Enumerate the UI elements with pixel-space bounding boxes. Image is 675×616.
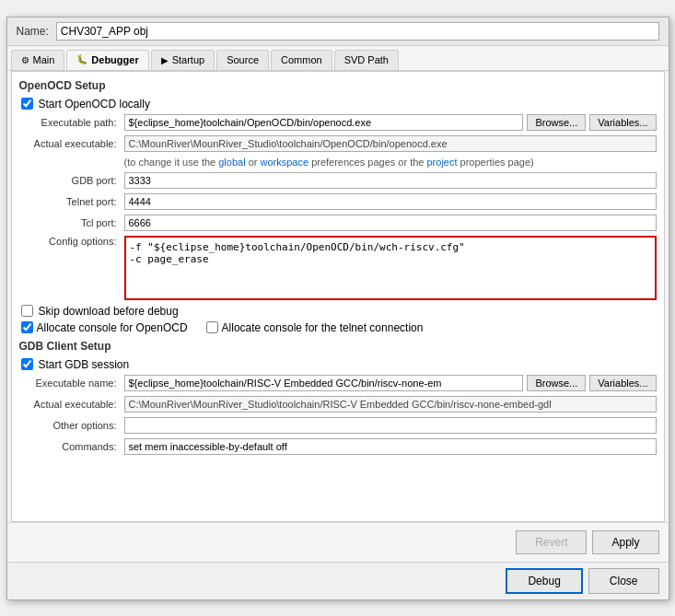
info-text: (to change it use the global or workspac… xyxy=(124,157,657,168)
commands-label: Commands: xyxy=(19,441,121,452)
tab-content: OpenOCD Setup Start OpenOCD locally Exec… xyxy=(11,71,665,522)
debug-button[interactable]: Debug xyxy=(506,568,582,594)
tcl-port-input[interactable] xyxy=(124,215,657,231)
debugger-icon: 🐛 xyxy=(76,54,87,64)
config-name-input[interactable] xyxy=(56,22,659,41)
gdb-exec-name-input[interactable] xyxy=(124,375,524,391)
global-link[interactable]: global xyxy=(218,157,245,168)
gdb-section-title: GDB Client Setup xyxy=(19,340,657,353)
actual-exec-input xyxy=(124,135,657,152)
browse-button-openocd[interactable]: Browse... xyxy=(527,114,586,131)
main-icon: ⚙ xyxy=(21,55,29,65)
other-options-row: Other options: xyxy=(19,417,657,434)
gdb-actual-exec-input xyxy=(124,396,657,413)
telnet-port-label: Telnet port: xyxy=(19,196,121,207)
start-openocd-label: Start OpenOCD locally xyxy=(39,98,150,110)
exec-path-row: Executable path: Browse... Variables... xyxy=(19,114,657,131)
startup-icon: ▶ xyxy=(161,55,169,65)
project-link[interactable]: project xyxy=(427,157,458,168)
tab-bar: ⚙ Main 🐛 Debugger ▶ Startup Source Commo… xyxy=(7,46,669,71)
tab-main[interactable]: ⚙ Main xyxy=(11,50,65,70)
exec-path-input[interactable] xyxy=(124,114,524,131)
config-options-label: Config options: xyxy=(19,236,121,247)
console-row: Allocate console for OpenOCD Allocate co… xyxy=(21,321,657,334)
action-buttons: Revert Apply xyxy=(7,522,669,562)
gdb-exec-name-label: Executable name: xyxy=(19,378,121,389)
start-gdb-row: Start GDB session xyxy=(21,358,657,371)
alloc-console-label: Allocate console for OpenOCD xyxy=(37,321,188,334)
name-label: Name: xyxy=(17,25,49,38)
config-options-textarea[interactable]: -f "${eclipse_home}toolchain/OpenOCD/bin… xyxy=(124,236,657,300)
start-gdb-checkbox[interactable] xyxy=(21,358,33,370)
tcl-port-label: Tcl port: xyxy=(19,217,121,228)
variables-button-gdb[interactable]: Variables... xyxy=(589,375,656,391)
tab-common[interactable]: Common xyxy=(271,50,332,70)
close-button[interactable]: Close xyxy=(588,568,659,594)
tab-debugger[interactable]: 🐛 Debugger xyxy=(66,50,148,70)
actual-exec-row: Actual executable: xyxy=(19,135,657,152)
skip-download-checkbox[interactable] xyxy=(21,305,33,317)
browse-button-gdb[interactable]: Browse... xyxy=(527,375,586,391)
title-bar: Name: xyxy=(7,17,669,46)
alloc-telnet-checkbox[interactable] xyxy=(206,321,218,333)
variables-button-openocd[interactable]: Variables... xyxy=(589,114,656,131)
gdb-port-row: GDB port: xyxy=(19,172,657,189)
other-options-label: Other options: xyxy=(19,420,121,431)
actual-exec-label: Actual executable: xyxy=(19,138,121,149)
apply-button[interactable]: Apply xyxy=(592,530,658,554)
debug-config-dialog: Name: ⚙ Main 🐛 Debugger ▶ Startup Source… xyxy=(6,17,669,600)
tab-source[interactable]: Source xyxy=(216,50,269,70)
gdb-actual-exec-row: Actual executable: xyxy=(19,396,657,413)
gdb-port-input[interactable] xyxy=(124,172,657,189)
telnet-port-input[interactable] xyxy=(124,193,657,210)
telnet-port-row: Telnet port: xyxy=(19,193,657,210)
tab-startup[interactable]: ▶ Startup xyxy=(151,50,215,70)
workspace-link[interactable]: workspace xyxy=(261,157,309,168)
gdb-exec-name-row: Executable name: Browse... Variables... xyxy=(19,375,657,391)
skip-download-label: Skip download before debug xyxy=(39,305,179,318)
commands-input[interactable] xyxy=(124,438,657,455)
start-gdb-label: Start GDB session xyxy=(39,358,130,371)
gdb-actual-exec-label: Actual executable: xyxy=(19,399,121,410)
gdb-port-label: GDB port: xyxy=(19,175,121,186)
skip-download-row: Skip download before debug xyxy=(21,305,657,318)
openocd-section-title: OpenOCD Setup xyxy=(19,79,657,92)
start-openocd-checkbox[interactable] xyxy=(21,98,33,110)
revert-button[interactable]: Revert xyxy=(516,530,587,554)
config-options-row: Config options: -f "${eclipse_home}toolc… xyxy=(19,236,657,300)
exec-path-label: Executable path: xyxy=(19,117,121,128)
tab-svdpath[interactable]: SVD Path xyxy=(334,50,399,70)
alloc-console-checkbox[interactable] xyxy=(21,321,33,333)
other-options-input[interactable] xyxy=(124,417,657,434)
start-openocd-row: Start OpenOCD locally xyxy=(21,98,657,110)
tcl-port-row: Tcl port: xyxy=(19,215,657,231)
dialog-footer: Debug Close xyxy=(7,562,669,599)
commands-row: Commands: xyxy=(19,438,657,455)
alloc-telnet-label: Allocate console for the telnet connecti… xyxy=(222,321,424,334)
